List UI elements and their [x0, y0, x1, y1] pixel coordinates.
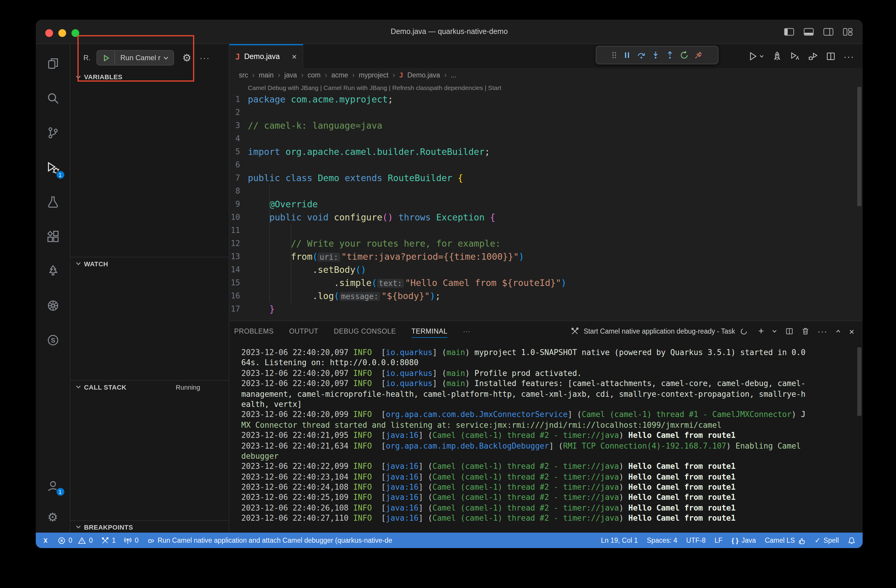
code-line[interactable]: 13 from(uri:"timer:java?period={{time:10… [229, 250, 862, 263]
step-into-icon[interactable] [651, 51, 660, 59]
search-icon[interactable] [39, 81, 66, 116]
terminal-scrollbar[interactable] [857, 347, 861, 416]
panel-tab-output[interactable]: OUTPUT [289, 322, 318, 340]
customize-layout-icon[interactable] [843, 28, 853, 35]
code-line[interactable]: 11 [229, 224, 862, 237]
split-editor-icon[interactable] [826, 51, 836, 61]
breadcrumb-item[interactable]: myproject [359, 72, 389, 79]
toggle-secondary-sidebar-icon[interactable] [823, 28, 834, 35]
terminal-output[interactable]: 2023-12-06 22:40:20,097 INFO [io.quarkus… [229, 341, 862, 533]
close-window-button[interactable] [45, 29, 53, 37]
step-over-icon[interactable] [637, 51, 646, 59]
cursor-position[interactable]: Ln 19, Col 1 [601, 537, 638, 544]
drag-handle-icon[interactable] [611, 51, 617, 59]
spell-checker-status[interactable]: ✓ Spell [815, 536, 839, 544]
codelens-actions[interactable]: Camel Debug with JBang | Camel Run with … [229, 82, 862, 93]
split-terminal-icon[interactable] [785, 327, 794, 335]
breadcrumb-item[interactable]: Demo.java [407, 72, 440, 79]
line-number: 13 [229, 250, 240, 263]
panel-tab-terminal[interactable]: TERMINAL [411, 322, 447, 340]
code-line[interactable]: 6 [229, 158, 862, 172]
close-panel-icon[interactable]: × [849, 327, 854, 336]
new-terminal-icon[interactable]: + [758, 326, 764, 336]
breadcrumb-item[interactable]: ... [451, 72, 456, 79]
language-mode[interactable]: { } Java [731, 537, 756, 544]
code-line[interactable]: 3// camel-k: language=java [229, 119, 862, 132]
debug-status-message[interactable]: Run Camel native application and attach … [147, 536, 392, 544]
call-stack-section-header[interactable]: CALL STACK Running [70, 380, 229, 393]
tree-extension-icon[interactable] [39, 254, 66, 288]
disconnect-icon[interactable] [694, 51, 703, 59]
restart-icon[interactable] [680, 51, 689, 59]
code-editor[interactable]: Camel Debug with JBang | Camel Run with … [229, 82, 862, 320]
maximize-panel-chevron-icon[interactable] [835, 328, 841, 334]
eol-setting[interactable]: LF [715, 537, 723, 544]
code-line[interactable]: 5import org.apache.camel.builder.RouteBu… [229, 145, 862, 158]
breadcrumb-item[interactable]: java [285, 72, 297, 79]
s-circle-extension-icon[interactable]: S [39, 323, 66, 358]
minimize-window-button[interactable] [58, 29, 66, 37]
debug-settings-gear-icon[interactable]: ⚙ [182, 52, 192, 64]
accounts-icon[interactable]: 1 [39, 471, 66, 502]
launch-configuration-dropdown[interactable]: Run Camel r [96, 50, 174, 66]
terminal-task-label[interactable]: Start Camel native application debug-rea… [584, 328, 735, 335]
encoding-setting[interactable]: UTF-8 [686, 537, 706, 544]
settings-gear-icon[interactable]: ⚙ [39, 502, 66, 533]
code-line[interactable]: 12 // Write your routes here, for exampl… [229, 237, 862, 250]
notifications-bell-icon[interactable] [848, 536, 855, 544]
code-line[interactable]: 8 [229, 185, 862, 198]
problems-indicator[interactable]: 0 0 [58, 536, 93, 544]
variables-section-header[interactable]: VARIABLES [70, 70, 229, 84]
start-debug-icon[interactable] [97, 51, 115, 65]
zoom-window-button[interactable] [72, 29, 79, 37]
debug-more-actions-icon[interactable]: ··· [200, 53, 210, 62]
code-line[interactable]: 15 .simple(text:"Hello Camel from ${rout… [229, 276, 862, 289]
code-line[interactable]: 1package com.acme.myproject; [229, 93, 862, 106]
breadcrumb-item[interactable]: com [308, 72, 320, 79]
breadcrumb-item[interactable]: main [259, 72, 274, 79]
terminal-dropdown-chevron-icon[interactable] [771, 328, 777, 334]
explorer-icon[interactable] [39, 46, 66, 81]
camel-ls-status[interactable]: Camel LS [765, 536, 806, 544]
breakpoints-section-header[interactable]: BREAKPOINTS [70, 520, 229, 533]
pause-icon[interactable] [623, 51, 631, 59]
code-line[interactable]: 7public class Demo extends RouteBuilder … [229, 172, 862, 185]
editor-more-actions-icon[interactable]: ··· [844, 51, 854, 61]
rocket-quarkus-icon[interactable] [772, 51, 782, 61]
camel-debug-icon[interactable] [808, 51, 818, 61]
toggle-primary-sidebar-icon[interactable] [784, 28, 794, 35]
testing-icon[interactable] [39, 185, 66, 219]
panel-more-actions-icon[interactable]: ··· [817, 326, 827, 336]
toggle-panel-icon[interactable] [804, 28, 814, 35]
code-line[interactable]: 4 [229, 132, 862, 145]
code-line[interactable]: 14 .setBody() [229, 263, 862, 276]
code-line[interactable]: 17 } [229, 303, 862, 316]
code-line[interactable]: 2 [229, 106, 862, 119]
extensions-icon[interactable] [39, 219, 66, 254]
code-line[interactable]: 10 public void configure() throws Except… [229, 211, 862, 224]
panel-tab-problems[interactable]: PROBLEMS [234, 322, 274, 340]
watch-section-header[interactable]: WATCH [70, 257, 229, 270]
source-control-icon[interactable] [39, 116, 66, 150]
breadcrumb[interactable]: src›main›java›com›acme›myproject›JDemo.j… [229, 68, 862, 82]
running-tasks-indicator[interactable]: 1 [101, 536, 116, 544]
line-number: 10 [229, 211, 240, 224]
step-out-icon[interactable] [666, 51, 674, 59]
panel-tab-debug-console[interactable]: DEBUG CONSOLE [334, 322, 396, 340]
kill-terminal-trash-icon[interactable] [801, 327, 810, 335]
remote-indicator[interactable] [42, 536, 49, 544]
close-tab-icon[interactable]: × [292, 52, 297, 61]
breadcrumb-item[interactable]: acme [331, 72, 348, 79]
run-and-debug-icon[interactable]: 1 [39, 150, 66, 185]
code-line[interactable]: 9 @Override [229, 198, 862, 211]
ports-indicator[interactable]: 0 [124, 536, 139, 544]
code-line[interactable]: 16 .log(message:"${body}"); [229, 289, 862, 303]
camel-run-icon[interactable] [790, 51, 800, 61]
breadcrumb-item[interactable]: src [239, 72, 248, 79]
editor-scrollbar[interactable] [857, 87, 861, 206]
kubernetes-icon[interactable] [39, 288, 66, 323]
indentation-setting[interactable]: Spaces: 4 [647, 537, 677, 544]
run-java-icon[interactable] [748, 51, 764, 61]
panel-tab--[interactable]: ··· [463, 322, 470, 340]
tab-demo-java[interactable]: J Demo.java × [229, 44, 303, 68]
